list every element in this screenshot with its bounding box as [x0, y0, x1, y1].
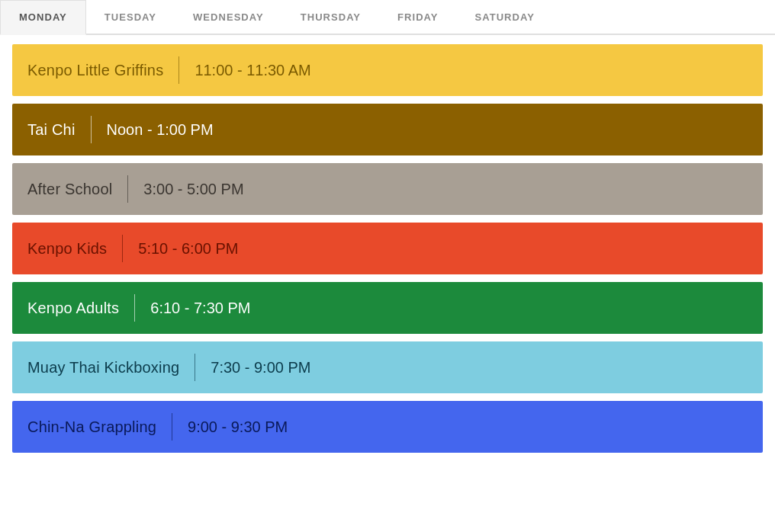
schedule-rows: Kenpo Little Griffins 11:00 - 11:30 AM T…: [0, 35, 775, 462]
tab-tuesday[interactable]: TUESDAY: [86, 0, 175, 34]
class-row[interactable]: After School 3:00 - 5:00 PM: [12, 163, 763, 215]
row-divider: [91, 116, 92, 143]
class-time: 5:10 - 6:00 PM: [138, 240, 238, 258]
row-divider: [195, 354, 195, 381]
class-name: Kenpo Kids: [27, 240, 107, 258]
tab-wednesday[interactable]: WEDNESDAY: [175, 0, 282, 34]
class-name: Kenpo Adults: [27, 300, 119, 317]
class-name: Kenpo Little Griffins: [27, 62, 163, 79]
tab-friday[interactable]: FRIDAY: [379, 0, 456, 34]
class-name: Chin-Na Grappling: [27, 418, 156, 436]
class-time: 7:30 - 9:00 PM: [211, 359, 310, 377]
class-row[interactable]: Tai Chi Noon - 1:00 PM: [12, 104, 763, 155]
row-divider: [122, 235, 123, 262]
class-time: Noon - 1:00 PM: [107, 121, 214, 139]
class-time: 11:00 - 11:30 AM: [195, 62, 310, 79]
class-time: 9:00 - 9:30 PM: [188, 418, 288, 436]
row-divider: [134, 294, 135, 322]
schedule-container: MONDAY TUESDAY WEDNESDAY THURSDAY FRIDAY…: [0, 0, 775, 462]
class-row[interactable]: Kenpo Adults 6:10 - 7:30 PM: [12, 282, 763, 334]
class-name: Muay Thai Kickboxing: [27, 359, 179, 377]
class-row[interactable]: Chin-Na Grappling 9:00 - 9:30 PM: [12, 401, 763, 453]
class-row[interactable]: Muay Thai Kickboxing 7:30 - 9:00 PM: [12, 341, 763, 393]
tab-monday[interactable]: MONDAY: [0, 0, 86, 35]
day-tabs: MONDAY TUESDAY WEDNESDAY THURSDAY FRIDAY…: [0, 0, 775, 35]
class-name: Tai Chi: [27, 121, 76, 139]
row-divider: [172, 413, 172, 441]
class-time: 3:00 - 5:00 PM: [143, 181, 243, 198]
class-row[interactable]: Kenpo Kids 5:10 - 6:00 PM: [12, 223, 763, 274]
class-row[interactable]: Kenpo Little Griffins 11:00 - 11:30 AM: [12, 44, 763, 96]
row-divider: [178, 56, 179, 84]
class-time: 6:10 - 7:30 PM: [150, 300, 250, 317]
class-name: After School: [27, 181, 112, 198]
tab-saturday[interactable]: SATURDAY: [457, 0, 553, 34]
row-divider: [127, 175, 128, 203]
tab-thursday[interactable]: THURSDAY: [282, 0, 379, 34]
